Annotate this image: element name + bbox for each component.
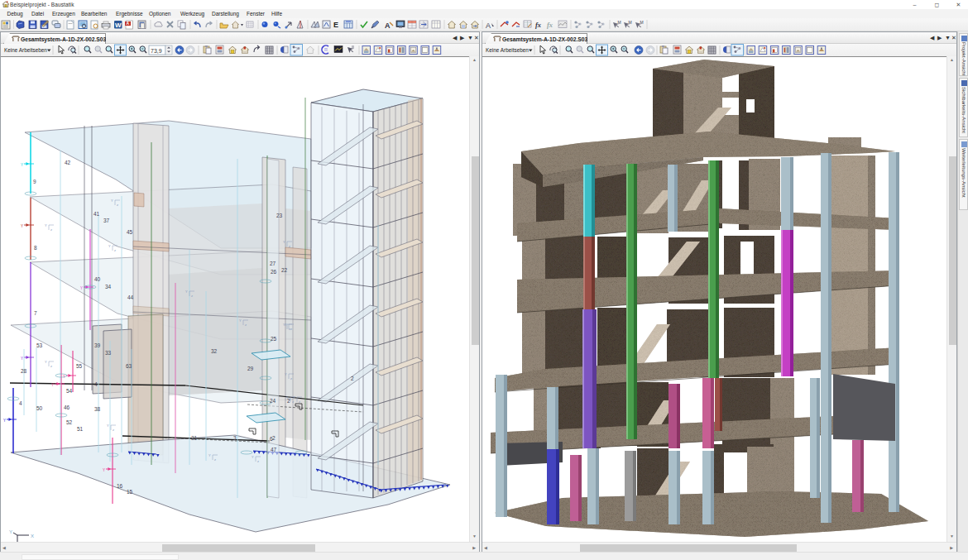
svg-text:55: 55 xyxy=(76,363,83,369)
svg-text:53: 53 xyxy=(36,342,43,348)
svg-text:z: z xyxy=(245,323,247,327)
svg-text:z: z xyxy=(257,459,259,463)
svg-text:z: z xyxy=(289,244,290,248)
svg-text:Y: Y xyxy=(21,224,23,228)
svg-text:54: 54 xyxy=(66,388,73,394)
svg-text:Keine Arbeitseben: Keine Arbeitseben xyxy=(4,47,47,53)
svg-text:M: M xyxy=(629,20,632,25)
svg-text:Y: Y xyxy=(252,455,254,459)
svg-text:34: 34 xyxy=(105,284,112,290)
svg-text:37: 37 xyxy=(103,218,110,223)
svg-text:46: 46 xyxy=(64,404,70,410)
svg-text:52: 52 xyxy=(66,419,73,425)
svg-text:73,9: 73,9 xyxy=(151,48,162,54)
svg-text:z: z xyxy=(290,327,292,331)
svg-text:29: 29 xyxy=(247,366,254,371)
svg-text:Y: Y xyxy=(9,529,12,534)
svg-text:Y: Y xyxy=(21,357,23,361)
svg-text:4: 4 xyxy=(94,381,98,387)
svg-text:M: M xyxy=(640,20,644,25)
svg-text:W: W xyxy=(115,22,122,29)
svg-text:47: 47 xyxy=(271,447,277,452)
svg-text:7: 7 xyxy=(34,310,37,316)
svg-text:26: 26 xyxy=(271,269,277,275)
svg-text:Y: Y xyxy=(111,199,113,203)
svg-text:M: M xyxy=(618,20,621,25)
svg-text:16: 16 xyxy=(117,483,123,489)
svg-text:8: 8 xyxy=(34,245,37,251)
svg-text:28: 28 xyxy=(21,368,27,374)
svg-text:X: X xyxy=(31,534,34,538)
svg-text:A: A xyxy=(486,22,491,30)
svg-text:z: z xyxy=(50,227,52,232)
svg-text:63: 63 xyxy=(126,363,132,369)
svg-text:Y: Y xyxy=(107,424,109,428)
svg-text:41: 41 xyxy=(93,211,100,217)
svg-text:Y: Y xyxy=(239,318,242,323)
svg-text:2: 2 xyxy=(287,398,290,404)
svg-text:z: z xyxy=(214,457,216,462)
svg-text:fx: fx xyxy=(547,21,553,29)
svg-text:22: 22 xyxy=(281,267,288,273)
svg-text:Y: Y xyxy=(285,372,287,376)
svg-text:Y: Y xyxy=(51,383,54,387)
svg-text:2: 2 xyxy=(272,435,276,441)
svg-text:z: z xyxy=(114,248,116,252)
svg-text:fx: fx xyxy=(535,21,542,29)
svg-text:Y: Y xyxy=(283,323,285,327)
svg-text:z: z xyxy=(50,364,52,368)
svg-text:40: 40 xyxy=(94,276,101,282)
svg-text:42: 42 xyxy=(65,160,71,165)
svg-text:Y: Y xyxy=(185,290,188,294)
svg-text:24: 24 xyxy=(270,398,276,404)
svg-text:33: 33 xyxy=(105,350,112,356)
svg-text:Y: Y xyxy=(103,468,105,472)
svg-text:z: z xyxy=(292,400,294,404)
svg-text:9: 9 xyxy=(33,179,36,184)
svg-text:25: 25 xyxy=(271,336,277,342)
svg-text:z: z xyxy=(117,203,118,207)
svg-text:z: z xyxy=(191,294,193,298)
svg-text:32: 32 xyxy=(211,348,218,354)
svg-text:Y: Y xyxy=(208,453,211,457)
svg-text:z: z xyxy=(113,428,114,432)
svg-text:A: A xyxy=(127,21,130,26)
svg-text:31: 31 xyxy=(191,435,198,441)
svg-text:E: E xyxy=(333,21,338,29)
svg-text:50: 50 xyxy=(36,405,43,411)
svg-text:z: z xyxy=(289,327,290,331)
svg-text:39: 39 xyxy=(94,342,101,348)
svg-text:Y: Y xyxy=(283,240,285,244)
svg-text:Y: Y xyxy=(45,223,47,227)
svg-text:Y: Y xyxy=(3,419,6,423)
svg-text:Keine Arbeitseben: Keine Arbeitseben xyxy=(486,47,529,53)
svg-text:z: z xyxy=(290,376,292,381)
svg-text:15: 15 xyxy=(127,489,133,495)
svg-text:4: 4 xyxy=(19,400,22,406)
svg-text:Y: Y xyxy=(63,375,65,379)
svg-text:23: 23 xyxy=(276,213,283,218)
svg-text:2: 2 xyxy=(351,376,354,381)
svg-text:Y: Y xyxy=(45,360,47,364)
svg-text:A: A xyxy=(385,22,391,30)
svg-text:51: 51 xyxy=(77,426,84,432)
svg-text:3: 3 xyxy=(233,435,237,441)
svg-text:z: z xyxy=(299,400,300,404)
svg-text:Y: Y xyxy=(108,244,111,248)
svg-text:44: 44 xyxy=(127,294,134,300)
svg-text:Y: Y xyxy=(21,163,23,167)
svg-text:27: 27 xyxy=(270,261,276,266)
svg-text:38: 38 xyxy=(94,406,101,412)
svg-text:45: 45 xyxy=(127,229,133,235)
svg-text:Y: Y xyxy=(80,286,83,290)
